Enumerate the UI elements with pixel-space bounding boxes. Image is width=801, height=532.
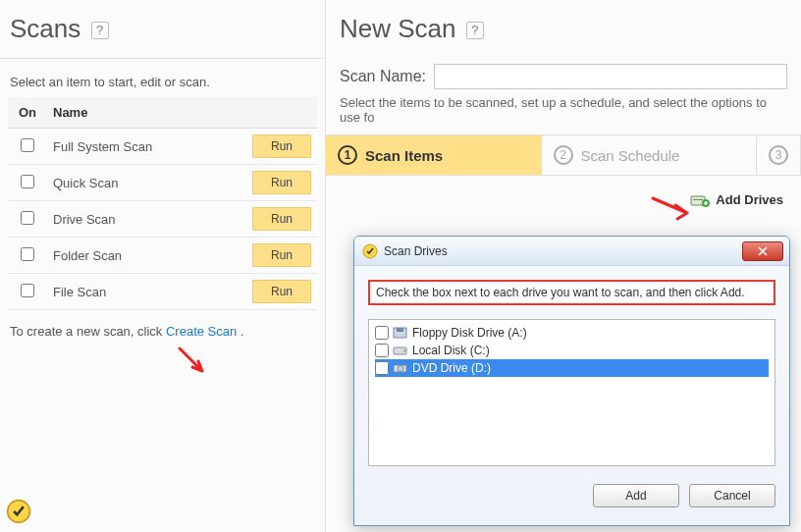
table-row: Drive Scan Run <box>8 201 317 238</box>
table-row: Quick Scan Run <box>8 165 317 201</box>
run-button[interactable]: Run <box>252 243 311 267</box>
run-button[interactable]: Run <box>252 207 311 231</box>
dialog-body: Check the box next to each drive you wan… <box>354 266 789 476</box>
norton-shield-icon <box>362 243 378 259</box>
scan-enable-checkbox[interactable] <box>21 175 34 188</box>
table-row: File Scan Run <box>8 274 317 310</box>
scan-drives-dialog: Scan Drives Check the box next to each d… <box>353 236 790 526</box>
drives-listbox[interactable]: Floppy Disk Drive (A:) Local Disk (C:) D… <box>368 319 775 466</box>
step-scan-schedule[interactable]: 2 Scan Schedule <box>542 135 758 175</box>
hint-suffix: . <box>237 324 243 339</box>
floppy-drive-icon <box>393 326 408 340</box>
svg-point-7 <box>403 350 405 352</box>
dialog-buttons: Add Cancel <box>354 476 789 515</box>
col-on: On <box>8 97 47 129</box>
drive-plus-icon <box>690 191 710 207</box>
run-button[interactable]: Run <box>252 171 311 194</box>
scan-name: Drive Scan <box>47 201 246 238</box>
step-number-icon: 3 <box>769 145 788 165</box>
wizard-steps: 1 Scan Items 2 Scan Schedule 3 <box>326 134 801 176</box>
step-scan-items[interactable]: 1 Scan Items <box>326 135 542 175</box>
scan-enable-checkbox[interactable] <box>21 284 34 297</box>
hint-prefix: To create a new scan, click <box>10 324 166 339</box>
create-scan-link[interactable]: Create Scan <box>166 324 237 339</box>
add-button[interactable]: Add <box>593 484 679 507</box>
scans-table: On Name Full System Scan Run Quick Scan … <box>8 97 317 310</box>
step-three[interactable]: 3 <box>757 135 801 175</box>
drive-row[interactable]: Local Disk (C:) <box>375 342 769 359</box>
help-icon[interactable]: ? <box>91 22 109 39</box>
drive-label: DVD Drive (D:) <box>412 361 491 375</box>
scan-name: Full System Scan <box>47 129 246 165</box>
step-label: Scan Schedule <box>581 147 680 164</box>
col-name: Name <box>47 97 246 129</box>
run-button[interactable]: Run <box>252 280 311 303</box>
drive-row[interactable]: Floppy Disk Drive (A:) <box>375 324 769 342</box>
table-row: Folder Scan Run <box>8 238 317 274</box>
scans-header: Scans ? <box>0 0 325 59</box>
norton-shield-icon <box>6 499 31 528</box>
close-button[interactable] <box>742 241 783 261</box>
run-button[interactable]: Run <box>252 134 311 158</box>
drive-label: Floppy Disk Drive (A:) <box>412 326 527 340</box>
scan-name: File Scan <box>47 274 246 310</box>
svg-point-9 <box>398 366 403 372</box>
create-scan-hint: To create a new scan, click Create Scan … <box>0 310 325 345</box>
dialog-titlebar[interactable]: Scan Drives <box>354 237 789 266</box>
scans-instruction: Select an item to start, edit or scan. <box>0 59 325 97</box>
new-scan-title: New Scan <box>340 14 456 44</box>
drive-checkbox[interactable] <box>375 344 389 357</box>
drive-checkbox[interactable] <box>375 326 389 340</box>
step-label: Scan Items <box>365 147 443 164</box>
scan-enable-checkbox[interactable] <box>21 247 34 261</box>
scan-name: Folder Scan <box>47 238 246 274</box>
scans-title: Scans <box>10 14 80 44</box>
drive-row[interactable]: DVD Drive (D:) <box>375 359 769 377</box>
scan-name-label: Scan Name: <box>340 68 426 85</box>
svg-rect-5 <box>397 328 403 332</box>
dialog-instruction: Check the box next to each drive you wan… <box>368 280 775 305</box>
svg-rect-1 <box>693 199 703 200</box>
scans-panel: Scans ? Select an item to start, edit or… <box>0 0 326 532</box>
drive-label: Local Disk (C:) <box>412 344 490 357</box>
new-scan-sub: Select the items to be scanned, set up a… <box>326 93 801 134</box>
cancel-button[interactable]: Cancel <box>689 484 775 507</box>
dvd-drive-icon <box>393 361 408 375</box>
scan-name-input[interactable] <box>434 64 787 89</box>
add-drives-label: Add Drives <box>716 192 783 207</box>
scan-name-row: Scan Name: <box>326 54 801 93</box>
scan-enable-checkbox[interactable] <box>21 211 34 225</box>
hard-drive-icon <box>393 344 408 357</box>
scan-enable-checkbox[interactable] <box>21 138 34 152</box>
help-icon[interactable]: ? <box>466 22 484 39</box>
add-drives-link[interactable]: Add Drives <box>326 176 801 207</box>
new-scan-header: New Scan ? <box>326 0 801 54</box>
step-number-icon: 2 <box>554 145 573 165</box>
dialog-title: Scan Drives <box>384 244 736 258</box>
close-icon <box>758 246 768 256</box>
step-number-icon: 1 <box>338 145 357 165</box>
drive-checkbox[interactable] <box>375 361 389 375</box>
scan-name: Quick Scan <box>47 165 246 201</box>
table-row: Full System Scan Run <box>8 129 317 165</box>
